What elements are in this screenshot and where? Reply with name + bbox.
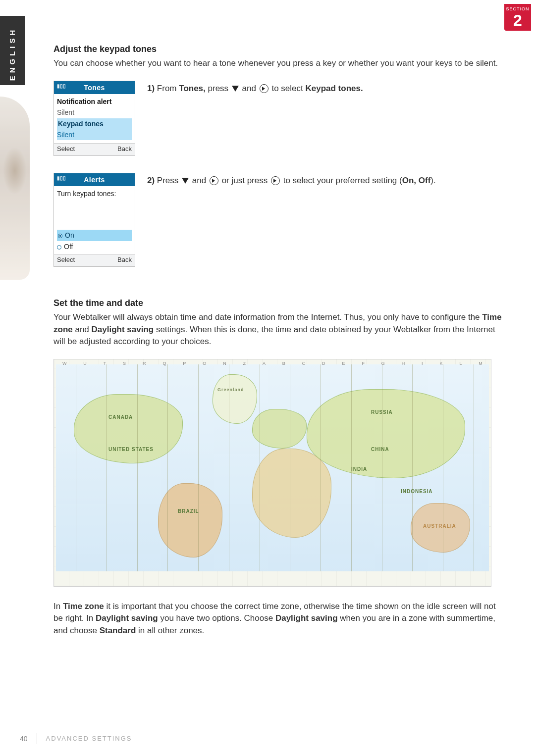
nav-button-icon <box>260 84 268 93</box>
signal-icon: ▮▯▯ <box>57 83 66 90</box>
softkey-select: Select <box>57 255 75 265</box>
t: ). <box>430 176 435 185</box>
phone-titlebar: ▮▯▯ Tones <box>54 81 135 94</box>
t: On, Off <box>402 176 431 185</box>
option-on-label: On <box>65 231 74 239</box>
map-africa <box>252 449 331 538</box>
map-label-australia: AUSTRALIA <box>423 523 456 530</box>
map-label-indonesia: INDONESIA <box>401 488 433 496</box>
t: In <box>54 602 63 611</box>
tick: E <box>342 360 345 367</box>
map-europe <box>252 409 307 449</box>
down-arrow-icon <box>232 86 239 92</box>
language-label: ENGLISH <box>7 27 18 81</box>
after-map-text: In Time zone it is important that you ch… <box>54 601 504 637</box>
phone-title: Alerts <box>84 176 105 184</box>
footer-divider <box>37 733 37 744</box>
t: in all other zones. <box>136 626 204 635</box>
heading-keypad-tones: Adjust the keypad tones <box>54 43 504 55</box>
tick: H <box>402 360 405 367</box>
radio-icon <box>57 245 61 250</box>
t: press <box>208 84 229 93</box>
side-decorative-photo <box>0 97 30 280</box>
t: Your Webtalker will always obtain time a… <box>54 312 482 322</box>
heading-time-date: Set the time and date <box>54 297 504 309</box>
t: and <box>242 84 256 93</box>
step-2-text: 2) Press and or just press to select you… <box>147 173 504 187</box>
menu-value-notification-alert: Silent <box>57 107 132 118</box>
phone-body: Notification alert Silent Keypad tones S… <box>54 94 135 143</box>
intro-time-date: Your Webtalker will always obtain time a… <box>54 311 504 348</box>
t: Daylight saving <box>275 613 338 623</box>
section-time-date: Set the time and date Your Webtalker wil… <box>54 297 504 637</box>
tick: O <box>203 360 206 367</box>
step-2-row: ▮▯▯ Alerts Turn keypad tones: On Off Sel… <box>54 173 504 267</box>
tick: U <box>83 360 87 367</box>
step-1-index: 1) <box>147 84 155 93</box>
tick: N <box>223 360 226 367</box>
section-badge-number: 2 <box>504 12 531 28</box>
t: you have two options. Choose <box>158 613 275 623</box>
tick: B <box>282 360 285 367</box>
step-2-index: 2) <box>147 176 155 185</box>
intro-keypad-tones: You can choose whether you want to hear … <box>54 57 504 70</box>
language-tab: ENGLISH <box>0 16 25 85</box>
phone-softkeys: Select Back <box>54 254 135 266</box>
page-content: Adjust the keypad tones You can choose w… <box>54 43 504 648</box>
t: Standard <box>100 626 136 635</box>
t: Daylight saving <box>96 613 158 623</box>
prompt-turn-keypad-tones: Turn keypad tones: <box>57 188 132 199</box>
tick: C <box>302 360 306 367</box>
t: to select <box>271 84 303 93</box>
phone-body: Turn keypad tones: <box>54 186 135 228</box>
phone-screen-tones: ▮▯▯ Tones Notification alert Silent Keyp… <box>54 81 135 156</box>
tick: Q <box>162 360 166 367</box>
t: Time zone <box>63 602 104 611</box>
option-list: On Off <box>54 228 135 254</box>
tick: L <box>459 360 462 367</box>
t: From <box>157 84 177 93</box>
t: Press <box>157 176 178 185</box>
step-1-text: 1) From Tones, press and to select Keypa… <box>147 81 504 95</box>
footer-breadcrumb: ADVANCED SETTINGS <box>46 734 132 744</box>
map-label-greenland: Greenland <box>217 387 244 393</box>
map-label-canada: CANADA <box>108 414 133 421</box>
softkey-back: Back <box>117 145 132 154</box>
radio-icon <box>58 234 62 238</box>
step-1-row: ▮▯▯ Tones Notification alert Silent Keyp… <box>54 81 504 156</box>
world-timezone-map: WUTSRQPONZABCDEFGHIKLM CANADA UNITED STA… <box>54 359 491 587</box>
map-label-china: CHINA <box>371 446 389 454</box>
t: Keypad tones. <box>305 84 363 93</box>
signal-icon: ▮▯▯ <box>57 175 66 182</box>
tick: A <box>263 360 266 367</box>
option-off-label: Off <box>64 243 73 251</box>
menu-value-keypad-tones: Silent <box>57 129 132 140</box>
map-greenland <box>213 374 257 424</box>
tick: W <box>62 360 67 367</box>
phone-softkeys: Select Back <box>54 143 135 155</box>
option-off: Off <box>57 241 132 252</box>
down-arrow-icon <box>182 178 189 184</box>
tick: R <box>143 360 146 367</box>
nav-button-icon <box>271 176 280 185</box>
t: and <box>73 325 92 334</box>
phone-screen-alerts: ▮▯▯ Alerts Turn keypad tones: On Off Sel… <box>54 173 135 267</box>
tick: Z <box>243 360 246 367</box>
menu-item-keypad-tones: Keypad tones <box>57 118 132 129</box>
t: Daylight saving <box>92 325 154 334</box>
tick: M <box>479 360 482 367</box>
option-on: On <box>57 230 132 241</box>
tick: P <box>183 360 186 367</box>
tick: S <box>123 360 126 367</box>
t: Tones, <box>179 84 206 93</box>
map-label-russia: RUSSIA <box>371 409 393 416</box>
t: or just press <box>222 176 268 185</box>
softkey-select: Select <box>57 145 75 154</box>
map-label-india: INDIA <box>351 466 367 473</box>
map-top-scale: WUTSRQPONZABCDEFGHIKLM <box>54 360 491 367</box>
page-number: 40 <box>20 734 28 744</box>
tick: I <box>422 360 423 367</box>
phone-title: Tones <box>84 84 105 92</box>
tick: D <box>322 360 325 367</box>
map-asia <box>307 389 465 478</box>
